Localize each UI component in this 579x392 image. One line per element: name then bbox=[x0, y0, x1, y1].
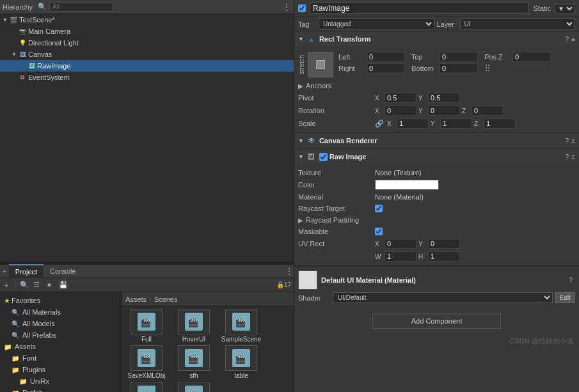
pivot-x-input[interactable] bbox=[385, 93, 416, 103]
uvrect-w-input[interactable] bbox=[385, 251, 416, 262]
sidebar-assets-header[interactable]: 📁 Assets bbox=[0, 341, 121, 352]
rot-x-input[interactable] bbox=[385, 106, 416, 116]
posz-input[interactable] bbox=[512, 52, 551, 62]
tab-project[interactable]: Project bbox=[9, 264, 44, 278]
sidebar-all-models[interactable]: 🔍 All Models bbox=[0, 318, 121, 329]
obj-active-checkbox[interactable] bbox=[298, 4, 306, 12]
sidebar-all-prefabs[interactable]: 🔍 All Prefabs bbox=[0, 329, 121, 341]
search-materials-icon: 🔍 bbox=[12, 309, 20, 316]
right-input[interactable] bbox=[367, 63, 405, 74]
uvrect-h-input[interactable] bbox=[428, 251, 460, 262]
canvas-renderer-header[interactable]: ▼ 👁 Canvas Renderer ? ≡ bbox=[294, 133, 579, 148]
sidebar-font[interactable]: 📁 Font bbox=[0, 352, 121, 364]
scale-y-input[interactable] bbox=[440, 118, 472, 129]
sidebar-plugins[interactable]: 📁 Plugins bbox=[0, 364, 121, 375]
proj-count: 🔒17 bbox=[276, 281, 291, 288]
left-input[interactable] bbox=[367, 52, 405, 62]
raycast-padding-arrow[interactable]: ▶ bbox=[298, 217, 303, 224]
hierarchy-search[interactable] bbox=[49, 2, 113, 12]
file-testscene[interactable]: 🎬 TestScene bbox=[124, 382, 169, 392]
rect-transform-title: Rect Transform bbox=[319, 35, 566, 43]
add-component-button[interactable]: Add Component bbox=[372, 313, 502, 329]
file-savexmlobj[interactable]: 🎬 SaveXMLObj bbox=[124, 345, 169, 379]
file-samplescene[interactable]: 🎬 SampleScene bbox=[219, 309, 264, 343]
layer-select[interactable]: UI bbox=[460, 19, 576, 29]
hierarchy-menu-icon[interactable]: ⋮ bbox=[282, 2, 291, 12]
rawimg-menu-icon[interactable]: ≡ bbox=[571, 153, 575, 161]
rawimg-help-icon[interactable]: ? bbox=[566, 153, 569, 161]
add-asset-btn[interactable]: + bbox=[3, 281, 10, 290]
raycast-target-checkbox[interactable] bbox=[375, 205, 383, 212]
file-label-full: Full bbox=[141, 336, 152, 343]
tree-menu-testscene[interactable]: ⋮ bbox=[287, 17, 294, 24]
bottom-panel-menu[interactable]: ⋮ bbox=[285, 266, 294, 276]
proj-save-btn[interactable]: 💾 bbox=[57, 280, 70, 290]
tree-item-canvas[interactable]: ▼ 🖼 Canvas bbox=[0, 49, 294, 60]
sidebar-unirx[interactable]: 📁 UniRx bbox=[0, 375, 121, 387]
svg-text:🎬: 🎬 bbox=[187, 354, 199, 365]
material-swatch[interactable] bbox=[298, 270, 317, 290]
uvrect-y-input[interactable] bbox=[428, 239, 460, 249]
breadcrumb-scenes[interactable]: Scenes bbox=[154, 295, 178, 303]
file-label-table: table bbox=[234, 372, 248, 379]
stretch-widget[interactable] bbox=[308, 52, 333, 77]
canvas-renderer-actions: ? ≡ bbox=[566, 137, 575, 145]
search-prefabs-icon: 🔍 bbox=[12, 332, 20, 339]
sidebar-prefab[interactable]: 📁 Prefab bbox=[0, 387, 121, 392]
file-full[interactable]: 🎬 Full bbox=[124, 309, 169, 343]
rot-y-input[interactable] bbox=[428, 106, 460, 116]
scale-y-label: Y bbox=[431, 120, 438, 127]
svg-text:🎬: 🎬 bbox=[187, 317, 199, 328]
shader-select[interactable]: UI/Default bbox=[333, 292, 553, 303]
bottom-input[interactable] bbox=[440, 63, 478, 74]
add-tab-btn[interactable]: + bbox=[0, 268, 9, 275]
sidebar-all-materials[interactable]: 🔍 All Materials bbox=[0, 306, 121, 318]
material-edit-btn[interactable]: Edit bbox=[555, 292, 575, 303]
rot-z-input[interactable] bbox=[472, 106, 504, 116]
right-label: Right bbox=[338, 65, 364, 72]
rot-y-label: Y bbox=[418, 107, 426, 114]
scale-label: Scale bbox=[298, 120, 375, 127]
uvrect-x-input[interactable] bbox=[385, 239, 416, 249]
tree-label-rawimage: RawImage bbox=[37, 62, 71, 70]
canvas-help-icon[interactable]: ? bbox=[566, 137, 569, 145]
file-icon-samplescene: 🎬 bbox=[225, 309, 257, 334]
canvas-menu-icon[interactable]: ≡ bbox=[571, 137, 575, 145]
scale-x-input[interactable] bbox=[397, 118, 429, 129]
breadcrumb-assets[interactable]: Assets bbox=[125, 295, 147, 303]
file-unirxtest[interactable]: 🎬 UniRxTest bbox=[171, 382, 216, 392]
color-label: Color bbox=[298, 181, 375, 189]
tree-item-rawimage[interactable]: 🖼 RawImage bbox=[0, 60, 294, 72]
file-table[interactable]: 🎬 table bbox=[219, 345, 264, 379]
proj-filter-btn[interactable]: ☰ bbox=[31, 280, 42, 290]
tree-item-testscene[interactable]: ▼ 🎬 TestScene* ⋮ bbox=[0, 14, 294, 26]
rect-transform-actions: ? ≡ bbox=[566, 36, 575, 43]
canvas-renderer-title: Canvas Renderer bbox=[319, 137, 566, 145]
obj-name-input[interactable] bbox=[310, 3, 529, 14]
rect-menu-icon[interactable]: ≡ bbox=[571, 36, 575, 43]
maskable-checkbox[interactable] bbox=[375, 228, 383, 235]
rect-transform-header[interactable]: ▼ ⟁ Rect Transform ? ≡ bbox=[294, 31, 579, 47]
material-help-icon[interactable]: ? bbox=[569, 276, 573, 284]
anchors-arrow[interactable]: ▶ bbox=[298, 82, 303, 90]
top-input[interactable] bbox=[440, 52, 478, 62]
hierarchy-title: Hierarchy bbox=[3, 3, 33, 11]
scale-z-input[interactable] bbox=[484, 118, 516, 129]
sidebar-favorites-header[interactable]: ★ Favorites bbox=[0, 295, 121, 306]
pivot-y-input[interactable] bbox=[428, 93, 460, 103]
file-sfh[interactable]: 🎬 sfh bbox=[171, 345, 216, 379]
file-hoverui[interactable]: 🎬 HoverUI bbox=[171, 309, 216, 343]
file-icon-unirxtest: 🎬 bbox=[178, 382, 210, 392]
tree-item-directionallight[interactable]: 💡 Directional Light bbox=[0, 37, 294, 49]
tag-select[interactable]: Untagged bbox=[319, 19, 434, 29]
raw-image-enabled[interactable] bbox=[319, 153, 328, 161]
plugins-folder-icon: 📁 bbox=[12, 366, 20, 373]
raw-image-header[interactable]: ▼ 🖼 Raw Image ? ≡ bbox=[294, 149, 579, 164]
tree-item-eventsystem[interactable]: ⚙ EventSystem bbox=[0, 72, 294, 83]
rect-help-icon[interactable]: ? bbox=[566, 36, 569, 43]
color-swatch[interactable] bbox=[375, 180, 439, 190]
tree-item-maincamera[interactable]: 📷 Main Camera bbox=[0, 26, 294, 37]
tab-console[interactable]: Console bbox=[44, 264, 82, 278]
proj-star-btn[interactable]: ★ bbox=[44, 280, 54, 290]
static-dropdown[interactable]: ▼ bbox=[555, 4, 575, 13]
